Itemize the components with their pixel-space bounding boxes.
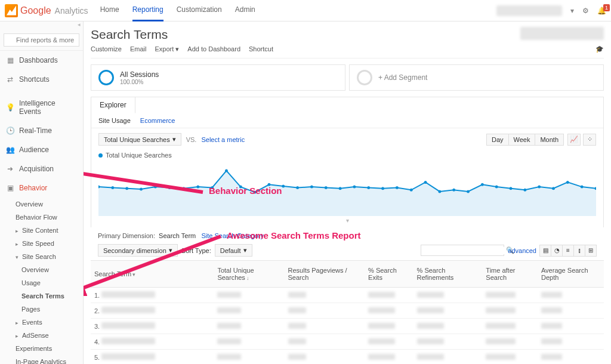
chart-expand-icon[interactable]: ▾ [91,216,603,227]
granularity-week[interactable]: Week [508,134,536,146]
primary-metric-selector[interactable]: Total Unique Searches ▾ [98,133,181,146]
nav-customization[interactable]: Customization [177,0,222,21]
col-refinements[interactable]: % Search Refinements [413,261,483,288]
sub-inpage[interactable]: In-Page Analytics [16,355,83,364]
chart-legend: Total Unique Searches [91,150,603,160]
sidebar-collapse-icon[interactable]: ◂ [0,21,83,30]
sidebar-item-intelligence[interactable]: 💡Intelligence Events [0,94,83,121]
chevron-right-icon: ▸ [16,333,20,339]
audience-icon: 👥 [6,146,14,154]
action-shortcut[interactable]: Shortcut [249,45,273,53]
brand-name: Google [20,5,51,16]
action-email[interactable]: Email [130,45,147,53]
tab-explorer[interactable]: Explorer [91,97,135,113]
chart-line-icon[interactable]: 📈 [567,134,581,146]
subtab-site-usage[interactable]: Site Usage [98,117,131,124]
svg-point-19 [367,186,370,189]
dim-search-term[interactable]: Search Term [159,232,196,239]
sub-events[interactable]: ▸Events [16,316,83,329]
compare-metric-selector[interactable]: Select a metric [201,136,245,143]
table-row[interactable]: 5. [91,350,604,365]
sidebar-item-behavior[interactable]: ▣Behavior [0,178,83,198]
sub-flow[interactable]: Behavior Flow [16,211,83,224]
sidebar-item-realtime[interactable]: 🕒Real-Time [0,121,83,140]
svg-point-5 [168,186,171,189]
granularity-day[interactable]: Day [486,134,509,146]
date-range-picker[interactable] [520,27,604,40]
segment-percent: 100.00% [120,79,159,85]
secondary-dimension-selector[interactable]: Secondary dimension ▾ [98,244,178,257]
sidebar-item-shortcuts[interactable]: ⇄Shortcuts [0,70,83,89]
chevron-down-icon[interactable]: ▾ [570,7,574,15]
acquisition-icon: ➜ [6,165,14,173]
search-reports-input[interactable] [4,33,79,47]
segment-all-sessions[interactable]: All Sessions 100.00% [91,64,345,91]
action-customize[interactable]: Customize [91,45,122,53]
col-depth[interactable]: Average Search Depth [538,261,604,288]
view-performance-icon[interactable]: ≡ [562,245,574,257]
notifications-icon[interactable]: 🔔 [597,7,606,15]
nav-home[interactable]: Home [100,0,119,21]
dim-site-search-category[interactable]: Site Search Category [201,232,264,239]
segment-add[interactable]: + Add Segment [349,64,604,91]
table-search-input[interactable] [424,247,506,254]
sub-site-speed[interactable]: ▸Site Speed [16,237,83,250]
sub-ss-pages[interactable]: Pages [16,303,83,316]
subtab-ecommerce[interactable]: Ecommerce [140,117,175,124]
sort-type-selector[interactable]: Default ▾ [215,244,252,257]
sidebar-item-acquisition[interactable]: ➜Acquisition [0,159,83,178]
view-comparison-icon[interactable]: ⫿ [573,245,585,257]
svg-point-18 [353,186,356,189]
sub-site-search[interactable]: ▾Site Search [16,250,83,263]
sidebar: ◂ ▦Dashboards ⇄Shortcuts 💡Intelligence E… [0,21,84,364]
sub-experiments[interactable]: Experiments [16,342,83,355]
advanced-filter-link[interactable]: advanced [508,247,536,254]
svg-point-1 [111,186,114,189]
sidebar-item-audience[interactable]: 👥Audience [0,140,83,159]
sub-ss-usage[interactable]: Usage [16,276,83,289]
logo[interactable]: Google Analytics [5,4,88,17]
sidebar-item-dashboards[interactable]: ▦Dashboards [0,51,83,70]
svg-point-7 [196,186,199,189]
view-pivot-icon[interactable]: ⊞ [585,245,597,257]
svg-point-17 [339,187,342,190]
segment-circle-icon [98,70,114,85]
nav-reporting[interactable]: Reporting [132,0,163,21]
trend-chart[interactable] [98,162,596,216]
clock-icon: 🕒 [6,127,14,135]
sub-ss-overview[interactable]: Overview [16,263,83,276]
page-title: Search Terms [91,21,168,45]
sub-ss-terms[interactable]: Search Terms [16,289,83,303]
col-exits[interactable]: % Search Exits [365,261,413,288]
sub-adsense[interactable]: ▸AdSense [16,329,83,342]
chart-motion-icon[interactable]: ⁘ [583,134,596,146]
table-row[interactable]: 1. [91,288,604,303]
svg-point-3 [140,188,143,191]
sub-overview[interactable]: Overview [16,198,83,211]
graduation-icon[interactable]: 🎓 [595,45,604,53]
col-pageviews[interactable]: Results Pageviews / Search [285,261,365,288]
view-percent-icon[interactable]: ◔ [551,245,563,257]
col-time[interactable]: Time after Search [482,261,538,288]
table-toolbar: Secondary dimension ▾ Sort Type: Default… [91,242,604,260]
svg-point-16 [325,186,328,189]
view-table-icon[interactable]: ▤ [539,245,551,257]
table-search[interactable]: 🔍 [421,245,504,256]
nav-admin[interactable]: Admin [235,0,255,21]
view-mode-buttons: ▤ ◔ ≡ ⫿ ⊞ [540,245,597,257]
action-export[interactable]: Export ▾ [155,45,179,53]
gear-icon[interactable]: ⚙ [582,7,589,15]
col-search-term[interactable]: Search Term▾ [91,261,214,288]
table-row[interactable]: 3. [91,319,604,334]
action-add-dashboard[interactable]: Add to Dashboard [187,45,240,53]
account-selector[interactable] [496,5,562,16]
col-unique[interactable]: Total Unique Searches↓ [214,261,284,288]
svg-point-24 [438,190,441,193]
action-bar: Customize Email Export ▾ Add to Dashboar… [91,45,604,58]
granularity-month[interactable]: Month [535,134,564,146]
svg-point-12 [267,183,270,186]
table-row[interactable]: 2. [91,303,604,319]
sub-site-content[interactable]: ▸Site Content [16,224,83,237]
svg-point-26 [467,190,470,193]
table-row[interactable]: 4. [91,334,604,350]
